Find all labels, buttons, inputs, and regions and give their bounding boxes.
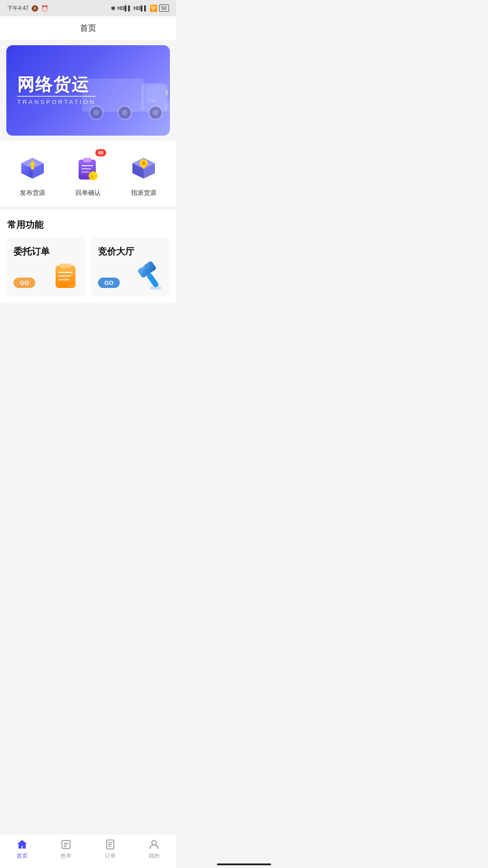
svg-rect-47	[108, 844, 112, 845]
svg-rect-23	[90, 175, 93, 179]
bluetooth-icon: ✱	[111, 5, 116, 12]
wifi-icon: 🛜	[150, 5, 157, 12]
svg-rect-31	[60, 264, 71, 268]
action-assign-icon-wrap	[127, 152, 160, 184]
svg-rect-18	[81, 165, 93, 166]
action-confirm[interactable]: 49	[60, 152, 116, 197]
function-card-auction[interactable]: 竞价大厅 GO	[91, 237, 170, 296]
nav-home[interactable]: 首页	[0, 839, 44, 860]
svg-rect-32	[58, 272, 73, 273]
signal2-icon: HD▌▌	[133, 5, 147, 11]
home-icon	[16, 839, 28, 850]
auction-go-badge[interactable]: GO	[98, 278, 120, 288]
notepad-icon	[52, 261, 81, 292]
commission-go-badge[interactable]: GO	[14, 278, 35, 288]
alarm-icon: ⏰	[41, 5, 48, 12]
nav-home-label: 首页	[17, 852, 28, 860]
status-right: ✱ HD▌▌ HD▌▌ 🛜 50	[111, 5, 169, 12]
action-publish-icon-wrap	[16, 152, 49, 184]
nav-mine-label: 我的	[149, 852, 160, 860]
action-confirm-label: 回单确认	[75, 189, 101, 197]
time: 下午4:47	[7, 5, 28, 12]
mute-icon: 🔕	[31, 5, 38, 12]
svg-rect-37	[146, 273, 159, 288]
svg-point-5	[94, 110, 99, 116]
banner-text: 网络货运 TRANSPORTATION	[17, 75, 96, 106]
svg-rect-20	[81, 171, 89, 173]
battery-icon: 50	[159, 5, 169, 12]
status-bar: 下午4:47 🔕 ⏰ ✱ HD▌▌ HD▌▌ 🛜 50	[0, 0, 176, 16]
page-header: 首页	[0, 16, 176, 40]
box-assign-icon	[129, 153, 159, 183]
action-confirm-icon-wrap: 49	[72, 152, 104, 184]
banner-title: 网络货运	[17, 75, 96, 94]
svg-rect-46	[108, 842, 113, 843]
svg-rect-48	[108, 846, 111, 847]
nav-orders[interactable]: 订单	[88, 839, 132, 860]
svg-point-7	[122, 110, 128, 116]
confirm-badge: 49	[95, 149, 106, 156]
action-assign[interactable]: 指派货源	[116, 152, 172, 197]
svg-rect-17	[83, 158, 91, 162]
banner-subtitle: TRANSPORTATION	[17, 99, 96, 105]
svg-rect-44	[64, 846, 66, 847]
quick-actions: 发布货源 49	[0, 141, 176, 206]
nav-grab-label: 抢单	[61, 852, 71, 860]
grab-icon	[60, 839, 72, 850]
svg-point-39	[149, 286, 162, 290]
banner-underline	[17, 96, 96, 97]
svg-rect-43	[64, 844, 67, 845]
svg-text:DAF: DAF	[149, 98, 158, 103]
svg-rect-42	[64, 843, 68, 844]
signal-icon: HD▌▌	[117, 5, 131, 11]
banner[interactable]: 网络货运 TRANSPORTATION	[6, 45, 170, 136]
svg-point-49	[152, 840, 156, 845]
action-assign-label: 指派货源	[131, 189, 156, 197]
clipboard-confirm-icon	[73, 153, 103, 183]
svg-point-29	[142, 161, 145, 165]
commission-title: 委托订单	[14, 245, 50, 258]
section-title: 常用功能	[0, 210, 176, 237]
box-upload-icon	[18, 153, 47, 183]
action-publish-label: 发布货源	[20, 189, 45, 197]
svg-rect-33	[58, 275, 71, 277]
nav-mine[interactable]: 我的	[132, 839, 177, 860]
svg-rect-34	[58, 279, 69, 280]
function-grid: 委托订单 GO	[0, 237, 176, 303]
orders-icon	[104, 839, 116, 850]
function-card-commission[interactable]: 委托订单 GO	[6, 237, 85, 296]
person-icon	[148, 839, 160, 850]
svg-rect-11	[165, 90, 168, 95]
nav-orders-label: 订单	[105, 852, 116, 860]
hammer-icon	[134, 261, 165, 292]
auction-title: 竞价大厅	[98, 245, 134, 258]
svg-rect-36	[137, 261, 157, 278]
svg-point-9	[153, 110, 159, 116]
svg-rect-3	[165, 102, 170, 112]
nav-grab[interactable]: 抢单	[44, 839, 89, 860]
status-left: 下午4:47 🔕 ⏰	[7, 5, 48, 12]
svg-point-40	[21, 843, 23, 846]
page-title: 首页	[80, 24, 96, 33]
svg-rect-19	[81, 168, 91, 170]
bottom-nav: 首页 抢单 订单 我的	[0, 834, 176, 868]
action-publish[interactable]: 发布货源	[5, 152, 60, 197]
